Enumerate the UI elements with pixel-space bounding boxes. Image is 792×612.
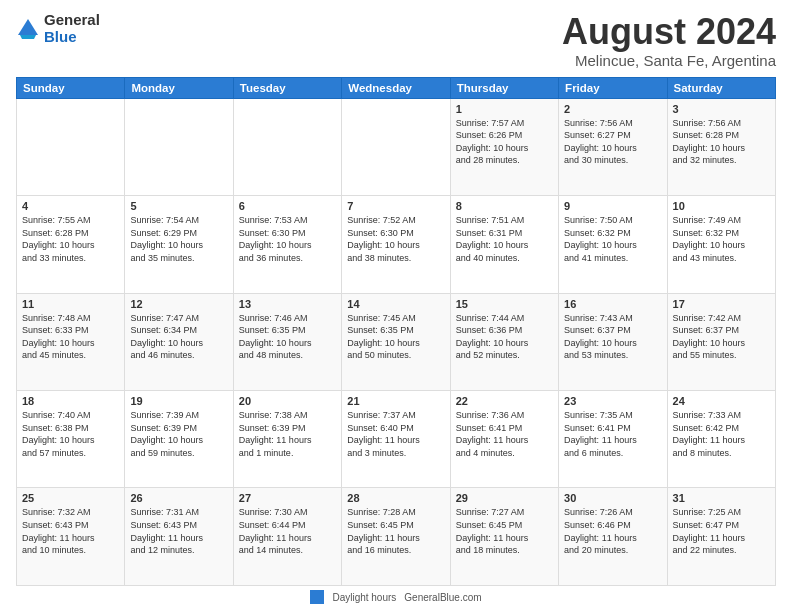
- day-cell: 18Sunrise: 7:40 AM Sunset: 6:38 PM Dayli…: [17, 391, 125, 488]
- day-cell: 17Sunrise: 7:42 AM Sunset: 6:37 PM Dayli…: [667, 293, 775, 390]
- day-number: 12: [130, 298, 227, 310]
- day-info: Sunrise: 7:57 AM Sunset: 6:26 PM Dayligh…: [456, 117, 553, 167]
- svg-marker-1: [20, 35, 36, 39]
- week-row-1: 1Sunrise: 7:57 AM Sunset: 6:26 PM Daylig…: [17, 98, 776, 195]
- day-info: Sunrise: 7:50 AM Sunset: 6:32 PM Dayligh…: [564, 214, 661, 264]
- day-cell: [17, 98, 125, 195]
- day-info: Sunrise: 7:46 AM Sunset: 6:35 PM Dayligh…: [239, 312, 336, 362]
- day-number: 26: [130, 492, 227, 504]
- day-cell: 4Sunrise: 7:55 AM Sunset: 6:28 PM Daylig…: [17, 196, 125, 293]
- day-info: Sunrise: 7:45 AM Sunset: 6:35 PM Dayligh…: [347, 312, 444, 362]
- day-cell: 6Sunrise: 7:53 AM Sunset: 6:30 PM Daylig…: [233, 196, 341, 293]
- day-number: 24: [673, 395, 770, 407]
- day-info: Sunrise: 7:32 AM Sunset: 6:43 PM Dayligh…: [22, 506, 119, 556]
- day-info: Sunrise: 7:25 AM Sunset: 6:47 PM Dayligh…: [673, 506, 770, 556]
- day-info: Sunrise: 7:48 AM Sunset: 6:33 PM Dayligh…: [22, 312, 119, 362]
- day-number: 19: [130, 395, 227, 407]
- day-number: 13: [239, 298, 336, 310]
- day-number: 7: [347, 200, 444, 212]
- day-cell: 21Sunrise: 7:37 AM Sunset: 6:40 PM Dayli…: [342, 391, 450, 488]
- day-number: 9: [564, 200, 661, 212]
- day-info: Sunrise: 7:37 AM Sunset: 6:40 PM Dayligh…: [347, 409, 444, 459]
- header-cell-tuesday: Tuesday: [233, 77, 341, 98]
- day-info: Sunrise: 7:44 AM Sunset: 6:36 PM Dayligh…: [456, 312, 553, 362]
- day-cell: 25Sunrise: 7:32 AM Sunset: 6:43 PM Dayli…: [17, 488, 125, 586]
- day-number: 2: [564, 103, 661, 115]
- day-info: Sunrise: 7:28 AM Sunset: 6:45 PM Dayligh…: [347, 506, 444, 556]
- day-cell: 11Sunrise: 7:48 AM Sunset: 6:33 PM Dayli…: [17, 293, 125, 390]
- day-info: Sunrise: 7:33 AM Sunset: 6:42 PM Dayligh…: [673, 409, 770, 459]
- header-row: SundayMondayTuesdayWednesdayThursdayFrid…: [17, 77, 776, 98]
- day-cell: 28Sunrise: 7:28 AM Sunset: 6:45 PM Dayli…: [342, 488, 450, 586]
- day-info: Sunrise: 7:55 AM Sunset: 6:28 PM Dayligh…: [22, 214, 119, 264]
- day-cell: 29Sunrise: 7:27 AM Sunset: 6:45 PM Dayli…: [450, 488, 558, 586]
- day-info: Sunrise: 7:40 AM Sunset: 6:38 PM Dayligh…: [22, 409, 119, 459]
- day-number: 16: [564, 298, 661, 310]
- day-cell: 22Sunrise: 7:36 AM Sunset: 6:41 PM Dayli…: [450, 391, 558, 488]
- day-info: Sunrise: 7:43 AM Sunset: 6:37 PM Dayligh…: [564, 312, 661, 362]
- day-info: Sunrise: 7:42 AM Sunset: 6:37 PM Dayligh…: [673, 312, 770, 362]
- day-number: 22: [456, 395, 553, 407]
- header-cell-thursday: Thursday: [450, 77, 558, 98]
- day-info: Sunrise: 7:38 AM Sunset: 6:39 PM Dayligh…: [239, 409, 336, 459]
- day-number: 4: [22, 200, 119, 212]
- logo-icon: [16, 15, 40, 43]
- day-number: 25: [22, 492, 119, 504]
- day-cell: 12Sunrise: 7:47 AM Sunset: 6:34 PM Dayli…: [125, 293, 233, 390]
- day-number: 23: [564, 395, 661, 407]
- day-cell: 2Sunrise: 7:56 AM Sunset: 6:27 PM Daylig…: [559, 98, 667, 195]
- day-info: Sunrise: 7:53 AM Sunset: 6:30 PM Dayligh…: [239, 214, 336, 264]
- day-info: Sunrise: 7:54 AM Sunset: 6:29 PM Dayligh…: [130, 214, 227, 264]
- day-cell: 13Sunrise: 7:46 AM Sunset: 6:35 PM Dayli…: [233, 293, 341, 390]
- day-cell: [233, 98, 341, 195]
- day-cell: 31Sunrise: 7:25 AM Sunset: 6:47 PM Dayli…: [667, 488, 775, 586]
- day-number: 18: [22, 395, 119, 407]
- title-block: August 2024 Melincue, Santa Fe, Argentin…: [562, 12, 776, 69]
- day-info: Sunrise: 7:31 AM Sunset: 6:43 PM Dayligh…: [130, 506, 227, 556]
- day-cell: [125, 98, 233, 195]
- day-info: Sunrise: 7:51 AM Sunset: 6:31 PM Dayligh…: [456, 214, 553, 264]
- day-cell: 14Sunrise: 7:45 AM Sunset: 6:35 PM Dayli…: [342, 293, 450, 390]
- day-info: Sunrise: 7:35 AM Sunset: 6:41 PM Dayligh…: [564, 409, 661, 459]
- day-cell: 10Sunrise: 7:49 AM Sunset: 6:32 PM Dayli…: [667, 196, 775, 293]
- day-number: 14: [347, 298, 444, 310]
- day-cell: 15Sunrise: 7:44 AM Sunset: 6:36 PM Dayli…: [450, 293, 558, 390]
- day-info: Sunrise: 7:56 AM Sunset: 6:28 PM Dayligh…: [673, 117, 770, 167]
- day-cell: 8Sunrise: 7:51 AM Sunset: 6:31 PM Daylig…: [450, 196, 558, 293]
- day-number: 21: [347, 395, 444, 407]
- week-row-4: 18Sunrise: 7:40 AM Sunset: 6:38 PM Dayli…: [17, 391, 776, 488]
- day-number: 10: [673, 200, 770, 212]
- legend-box: [310, 590, 324, 604]
- day-number: 8: [456, 200, 553, 212]
- week-row-2: 4Sunrise: 7:55 AM Sunset: 6:28 PM Daylig…: [17, 196, 776, 293]
- day-cell: 3Sunrise: 7:56 AM Sunset: 6:28 PM Daylig…: [667, 98, 775, 195]
- header: General Blue August 2024 Melincue, Santa…: [16, 12, 776, 69]
- day-number: 29: [456, 492, 553, 504]
- week-row-3: 11Sunrise: 7:48 AM Sunset: 6:33 PM Dayli…: [17, 293, 776, 390]
- header-cell-monday: Monday: [125, 77, 233, 98]
- day-number: 15: [456, 298, 553, 310]
- calendar: SundayMondayTuesdayWednesdayThursdayFrid…: [16, 77, 776, 586]
- day-cell: 20Sunrise: 7:38 AM Sunset: 6:39 PM Dayli…: [233, 391, 341, 488]
- header-cell-wednesday: Wednesday: [342, 77, 450, 98]
- day-cell: 19Sunrise: 7:39 AM Sunset: 6:39 PM Dayli…: [125, 391, 233, 488]
- day-info: Sunrise: 7:49 AM Sunset: 6:32 PM Dayligh…: [673, 214, 770, 264]
- day-info: Sunrise: 7:52 AM Sunset: 6:30 PM Dayligh…: [347, 214, 444, 264]
- title-month: August 2024: [562, 12, 776, 52]
- day-cell: [342, 98, 450, 195]
- day-number: 6: [239, 200, 336, 212]
- calendar-table: SundayMondayTuesdayWednesdayThursdayFrid…: [16, 77, 776, 586]
- title-location: Melincue, Santa Fe, Argentina: [562, 52, 776, 69]
- day-info: Sunrise: 7:30 AM Sunset: 6:44 PM Dayligh…: [239, 506, 336, 556]
- day-cell: 9Sunrise: 7:50 AM Sunset: 6:32 PM Daylig…: [559, 196, 667, 293]
- day-number: 27: [239, 492, 336, 504]
- day-info: Sunrise: 7:26 AM Sunset: 6:46 PM Dayligh…: [564, 506, 661, 556]
- logo-general: General: [44, 12, 100, 29]
- day-cell: 27Sunrise: 7:30 AM Sunset: 6:44 PM Dayli…: [233, 488, 341, 586]
- day-number: 11: [22, 298, 119, 310]
- day-number: 1: [456, 103, 553, 115]
- svg-marker-0: [18, 19, 38, 35]
- day-cell: 16Sunrise: 7:43 AM Sunset: 6:37 PM Dayli…: [559, 293, 667, 390]
- logo: General Blue: [16, 12, 100, 45]
- legend-label: Daylight hours: [332, 592, 396, 603]
